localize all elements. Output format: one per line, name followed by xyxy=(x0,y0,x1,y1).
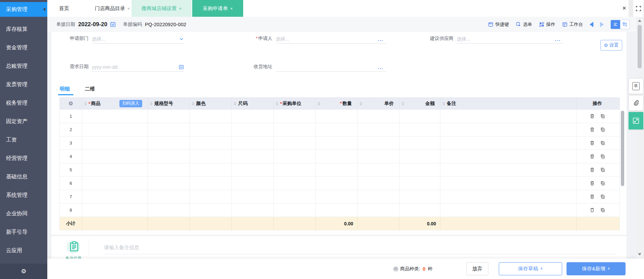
page-scrollbar[interactable] xyxy=(636,17,643,258)
scrollbar-thumb[interactable] xyxy=(638,25,642,68)
cell-spec[interactable] xyxy=(148,123,190,136)
tab-home[interactable]: 首页 xyxy=(51,0,77,17)
sidebar-item-collaboration[interactable]: 企业协同 xyxy=(0,204,47,223)
draft-box-button[interactable]: 草 xyxy=(629,78,643,94)
tab-close-icon[interactable]: × xyxy=(127,6,130,11)
tab-purchase-request-active[interactable]: 采购申请单× xyxy=(192,0,243,17)
delete-row-icon[interactable] xyxy=(590,141,595,146)
cell-qty[interactable] xyxy=(316,150,358,163)
shortcut-keys-button[interactable]: 快捷键 xyxy=(488,21,509,27)
cell-unit[interactable] xyxy=(274,110,316,123)
cell-color[interactable] xyxy=(190,123,232,136)
applicant-more-button[interactable]: ... xyxy=(378,37,384,42)
delete-row-icon[interactable] xyxy=(590,154,595,159)
copy-row-icon[interactable] xyxy=(600,154,605,159)
cell-remark[interactable] xyxy=(440,150,577,163)
address-more-button[interactable]: ... xyxy=(378,65,384,70)
sidebar-item-salary[interactable]: 工资 xyxy=(0,130,47,149)
cell-qty[interactable] xyxy=(316,190,358,203)
sort-icon[interactable] xyxy=(360,102,362,105)
cell-color[interactable] xyxy=(190,177,232,190)
sidebar-item-operation[interactable]: 经营管理 xyxy=(0,149,47,167)
cell-remark[interactable] xyxy=(440,190,577,203)
sidebar-item-funds[interactable]: 资金管理 xyxy=(0,38,47,57)
cell-size[interactable] xyxy=(232,163,274,176)
dept-select-input[interactable] xyxy=(92,34,184,44)
workbench-button[interactable]: 工作台 xyxy=(562,21,583,27)
sort-icon[interactable] xyxy=(150,102,153,105)
sort-icon[interactable] xyxy=(318,102,320,105)
cell-amount[interactable] xyxy=(399,204,440,217)
cell-unit[interactable] xyxy=(274,136,316,150)
operations-button[interactable]: 操作 xyxy=(539,21,555,27)
sidebar-item-cloud-apps[interactable]: 云应用 xyxy=(0,241,47,260)
column-settings-gear-icon[interactable]: ⚙ xyxy=(60,98,82,109)
sort-icon[interactable] xyxy=(192,102,195,105)
cell-remark[interactable] xyxy=(440,163,577,176)
cell-color[interactable] xyxy=(190,204,232,217)
copy-row-icon[interactable] xyxy=(600,208,605,213)
select-doc-button[interactable]: 选单 xyxy=(516,21,532,27)
cell-price[interactable] xyxy=(358,123,399,136)
cell-product[interactable] xyxy=(82,177,148,190)
cell-amount[interactable] xyxy=(399,190,440,203)
cell-color[interactable] xyxy=(190,110,232,123)
cell-qty[interactable] xyxy=(316,177,358,190)
applicant-select-input[interactable] xyxy=(276,34,386,44)
sort-icon[interactable] xyxy=(276,102,278,105)
cell-product[interactable] xyxy=(82,123,148,136)
sidebar-item-purchase-active[interactable]: 采购管理 xyxy=(0,2,47,17)
cell-unit[interactable] xyxy=(274,163,316,176)
cell-qty[interactable] xyxy=(316,110,358,123)
tab-close-icon[interactable]: × xyxy=(179,6,182,11)
cell-price[interactable] xyxy=(358,177,399,190)
sort-icon[interactable] xyxy=(442,102,445,105)
cell-remark[interactable] xyxy=(440,177,577,190)
cell-color[interactable] xyxy=(190,150,232,163)
nav-next-icon[interactable] xyxy=(600,22,604,27)
copy-row-icon[interactable] xyxy=(600,141,605,146)
cell-product[interactable] xyxy=(82,190,148,203)
cell-size[interactable] xyxy=(232,177,274,190)
cell-price[interactable] xyxy=(358,150,399,163)
tab-close-icon[interactable]: × xyxy=(230,6,233,11)
cell-unit[interactable] xyxy=(274,150,316,163)
cell-spec[interactable] xyxy=(148,110,190,123)
cell-spec[interactable] xyxy=(148,150,190,163)
cell-amount[interactable] xyxy=(399,123,440,136)
remark-input[interactable] xyxy=(104,241,616,254)
cell-color[interactable] xyxy=(190,136,232,150)
cell-unit[interactable] xyxy=(274,177,316,190)
copy-row-icon[interactable] xyxy=(600,114,605,119)
sort-icon[interactable] xyxy=(401,102,404,105)
cell-spec[interactable] xyxy=(148,177,190,190)
cell-price[interactable] xyxy=(358,190,399,203)
sidebar-settings-gear-icon[interactable]: ⚙ xyxy=(0,264,47,279)
cell-amount[interactable] xyxy=(399,110,440,123)
cell-color[interactable] xyxy=(190,190,232,203)
cell-remark[interactable] xyxy=(440,204,577,217)
delete-row-icon[interactable] xyxy=(590,114,595,119)
cell-size[interactable] xyxy=(232,150,274,163)
supplier-more-button[interactable]: ... xyxy=(555,37,561,42)
cell-price[interactable] xyxy=(358,136,399,150)
cell-product[interactable] xyxy=(82,163,148,176)
address-input[interactable] xyxy=(276,62,386,72)
copy-row-icon[interactable] xyxy=(600,194,605,199)
nav-prev-icon[interactable] xyxy=(590,22,593,27)
delete-row-icon[interactable] xyxy=(590,194,595,199)
window-close-icon[interactable]: × xyxy=(620,0,629,17)
sidebar-item-tax[interactable]: 税务管理 xyxy=(0,94,47,112)
sidebar-item-ledger[interactable]: 总账管理 xyxy=(0,57,47,75)
tab-dimension[interactable]: 二维 xyxy=(85,84,95,94)
delete-row-icon[interactable] xyxy=(590,127,595,132)
cell-color[interactable] xyxy=(190,163,232,176)
chevron-down-icon[interactable] xyxy=(179,37,184,41)
settings-button[interactable]: ⚙设置 xyxy=(600,40,622,51)
cell-product[interactable] xyxy=(82,136,148,150)
cell-size[interactable] xyxy=(232,110,274,123)
copy-row-icon[interactable] xyxy=(600,181,605,186)
cell-size[interactable] xyxy=(232,123,274,136)
doc-date-value[interactable]: 2022-09-20 xyxy=(78,21,107,28)
sort-icon[interactable] xyxy=(84,102,87,105)
